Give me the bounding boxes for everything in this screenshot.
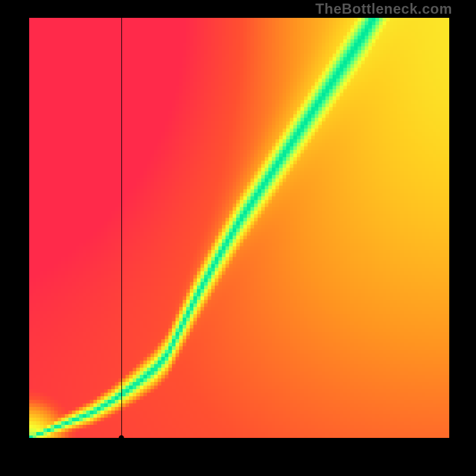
crosshair-vertical [121,18,122,438]
crosshair-horizontal [29,438,449,439]
heatmap-canvas [29,18,449,438]
heatmap-plot [29,18,449,438]
plot-frame [0,18,476,476]
watermark-text: TheBottleneck.com [315,0,452,18]
marker-point [119,436,124,439]
